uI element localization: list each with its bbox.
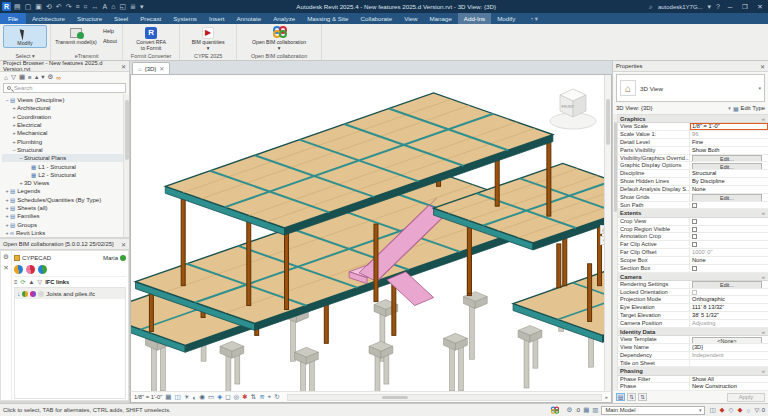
scroll-right-icon[interactable]: ▸ [605,394,608,400]
properties-scrollbar[interactable] [613,114,618,391]
type-selector[interactable]: ⌂ 3D View ▾ [616,74,765,102]
tree-item-groups[interactable]: +▤Groups [2,220,129,228]
panel-label-select[interactable]: Select ▾ [3,52,47,60]
ribbon-tab-manage[interactable]: Manage [423,13,457,24]
property-value[interactable] [690,233,768,240]
print-icon[interactable]: ≡ [76,2,80,11]
gear-icon[interactable]: ⚙ [3,253,9,261]
property-value[interactable]: <None> [690,336,768,343]
property-value[interactable] [690,241,768,248]
worksharing-status-icon[interactable]: ◫ [709,406,715,414]
property-value[interactable] [690,265,768,272]
selection-filter[interactable]: ▽:0 [755,407,765,413]
property-value[interactable] [690,226,768,233]
property-value[interactable]: Show Both [690,147,768,154]
tree-scrollbar[interactable] [123,94,129,237]
constraints-icon[interactable]: ⌖ [268,393,272,401]
property-value[interactable]: 96 [690,131,768,138]
search-input[interactable]: Search [3,83,126,93]
ribbon-tab-steel[interactable]: Steel [108,13,134,24]
close-icon[interactable]: ✕ [121,63,126,70]
tree-item-electrical[interactable]: +Electrical [2,121,129,129]
property-value[interactable]: Edit... [690,162,768,169]
sort-ascending-icon[interactable]: ⇅ [627,393,636,401]
open-icon[interactable]: ▢ [25,2,32,11]
close-icon[interactable]: ✕ [159,65,164,72]
share-model-icon[interactable] [14,265,23,274]
tree-item-schedules-quantities-by-type-[interactable]: +▤Schedules/Quantities (By Type) [2,196,129,204]
edit-type-button[interactable]: ▦ Edit Type [733,105,765,112]
tree-item-legends[interactable]: +▤Legends [2,187,129,195]
shadows-icon[interactable]: ◐ [192,394,196,401]
worksets-icon[interactable]: ⚙ [566,406,572,414]
undo-icon[interactable]: ↶ [56,2,62,11]
ribbon-tab-collaborate[interactable]: Collaborate [355,13,399,24]
open-bim-collaboration-button[interactable]: Open BIM collaboration ▾ [240,25,318,52]
worksets-dialog-icon[interactable]: ▦ [583,406,589,414]
minimize-button[interactable]: ─ [725,3,735,10]
tree-item-3d-views[interactable]: +3D Views [2,179,129,187]
close-icon[interactable]: ✕ [760,63,765,70]
ribbon-tab-modify[interactable]: Modify [491,13,521,24]
ribbon-tab-architecture[interactable]: Architecture [26,13,71,24]
restore-button[interactable]: ❐ [740,3,750,11]
list-icon[interactable]: ≡ [14,279,18,285]
home-icon[interactable]: ⌂ [4,74,8,81]
displacement-icon[interactable]: ↻ [274,393,279,401]
property-value[interactable]: Edit... [690,194,768,201]
canvas-horizontal-scrollbar[interactable] [287,394,603,401]
element-selector[interactable]: 3D View: {3D} ▾ [616,105,731,111]
thin-lines-icon[interactable]: ≣ [130,2,136,11]
sort-icon[interactable]: ▲ [29,279,35,285]
property-value[interactable]: 111' 8 13/32" [690,304,768,311]
property-value[interactable]: Edit... [690,155,768,162]
measure-icon[interactable]: ⌗ [84,2,88,11]
settings-icon[interactable]: ⚙ [47,73,53,81]
close-button[interactable]: ✕ [755,3,765,11]
property-value[interactable]: None [690,257,768,264]
checkbox[interactable] [692,219,697,224]
text-icon[interactable]: A [103,2,108,11]
tiles-icon[interactable]: ▦ [19,73,25,81]
view-scale-control[interactable]: 1/8" = 1'-0" [134,394,162,400]
search-icon[interactable]: ⌕ [649,2,653,11]
sun-path-icon[interactable]: ☀ [184,393,190,401]
properties-help-icon[interactable]: ▤ [616,393,625,401]
ribbon-tab-view[interactable]: View [398,13,423,24]
property-value[interactable]: Structural [690,170,768,177]
tree-item-mechanical[interactable]: +Mechanical [2,129,129,137]
worksharing-display-icon[interactable]: ⇅ [251,393,256,401]
dimension-icon[interactable]: ↔ [92,2,99,11]
reveal-hidden-icon[interactable]: ✱ [242,393,247,401]
section-header-identity-data[interactable]: Identity Data [618,328,768,336]
list-item[interactable]: ↓ Joists and piles.ifc [15,288,125,299]
structural-3d-model[interactable] [131,75,611,391]
property-value[interactable] [690,289,768,296]
sync-icon[interactable]: ⟲ [46,2,52,11]
edit-button[interactable]: Edit... [692,194,762,200]
close-icon[interactable]: ✕ [121,241,126,248]
tree-item-plumbing[interactable]: +Plumbing [2,137,129,145]
tree-item-architectural[interactable]: +Architectural [2,104,129,112]
save-icon[interactable]: ▣ [35,2,42,11]
tree-item-views-discipline-[interactable]: −▤Views (Discipline) [2,96,129,104]
property-value[interactable]: Orthographic [690,296,768,303]
property-value[interactable]: 1000' 0" [690,249,768,256]
filter-icon[interactable]: ▽ [11,73,16,81]
property-value[interactable]: New Construction [690,383,768,390]
section-header-extents[interactable]: Extents [618,209,768,217]
tree-item-structural-plans[interactable]: −Structural Plans [2,154,129,162]
edit-button[interactable]: Edit... [692,155,762,161]
list-icon[interactable]: ≡ [28,74,32,81]
checkbox[interactable] [692,234,697,239]
transmit-models-button[interactable]: Transmit model(s) [54,25,98,46]
revit-logo[interactable]: R [2,2,11,11]
help-icon[interactable]: ? [716,2,720,11]
visual-style-icon[interactable]: ◫ [174,393,180,401]
detach-icon[interactable]: ✕ [3,264,8,272]
property-value[interactable] [690,360,768,367]
property-value[interactable]: 38' 5 1/32" [690,312,768,319]
section-icon[interactable]: ◱ [119,2,126,11]
drawing-area[interactable]: FRONT ◎ ⌖ [130,74,612,391]
tree-item-l2-structural[interactable]: ▦L2 - Structural [2,171,129,179]
